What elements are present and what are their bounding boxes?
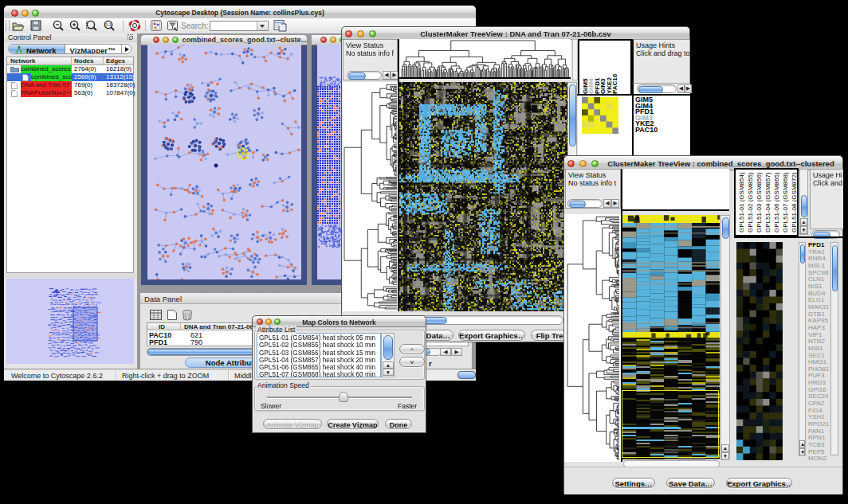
svg-text:1:1: 1:1 — [106, 22, 112, 27]
